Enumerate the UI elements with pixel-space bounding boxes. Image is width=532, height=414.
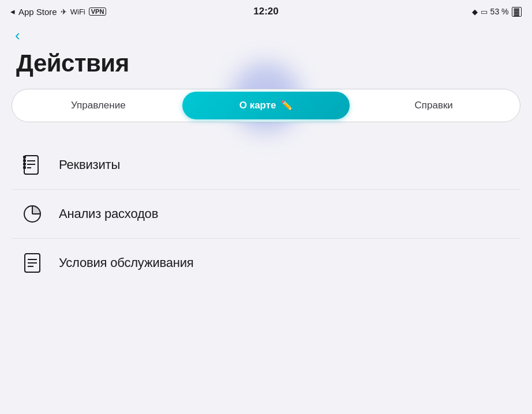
tab-help[interactable]: Справки bbox=[350, 92, 518, 119]
battery-icon: ▓ bbox=[512, 7, 522, 17]
status-time: 12:20 bbox=[253, 6, 278, 17]
wifi-icon: WiFi bbox=[70, 7, 85, 16]
back-arrow-status: ◂ bbox=[10, 6, 15, 17]
nav-bar: ‹ bbox=[0, 23, 532, 45]
svg-rect-6 bbox=[24, 163, 25, 165]
list-item-requisites[interactable]: Реквизиты bbox=[12, 141, 520, 190]
location-icon: ◆ bbox=[472, 7, 478, 16]
vpn-badge: VPN bbox=[89, 7, 107, 16]
list-item-terms[interactable]: Условия обслуживания bbox=[12, 239, 520, 287]
tab-selector: Управление О карте ✏️ Справки bbox=[12, 89, 520, 122]
tab-selector-container: Управление О карте ✏️ Справки bbox=[12, 89, 520, 122]
svg-rect-5 bbox=[24, 160, 25, 161]
document-list-icon bbox=[18, 151, 46, 179]
svg-rect-4 bbox=[24, 156, 25, 158]
status-left: ◂ App Store ✈ WiFi VPN bbox=[10, 6, 106, 17]
screen-icon: ▭ bbox=[481, 7, 488, 16]
battery-label: 53 % bbox=[490, 7, 509, 16]
status-right: ◆ ▭ 53 % ▓ bbox=[472, 7, 522, 17]
svg-rect-7 bbox=[24, 167, 25, 168]
airplane-icon: ✈ bbox=[61, 7, 67, 16]
pencil-cursor-icon: ✏️ bbox=[281, 100, 293, 110]
document-text-icon bbox=[18, 249, 46, 277]
status-bar: ◂ App Store ✈ WiFi VPN 12:20 ◆ ▭ 53 % ▓ bbox=[0, 0, 532, 23]
action-list: Реквизиты Анализ расходов Условия обслуж… bbox=[0, 141, 532, 287]
tab-management[interactable]: Управление bbox=[14, 92, 182, 119]
list-item-expenses[interactable]: Анализ расходов bbox=[12, 190, 520, 239]
tab-about-card[interactable]: О карте ✏️ bbox=[182, 92, 350, 119]
requisites-label: Реквизиты bbox=[59, 157, 120, 172]
terms-label: Условия обслуживания bbox=[59, 255, 194, 270]
back-button[interactable]: ‹ bbox=[15, 28, 20, 43]
app-store-label: App Store bbox=[18, 7, 57, 17]
chart-pie-icon bbox=[18, 200, 46, 228]
expenses-label: Анализ расходов bbox=[59, 206, 158, 221]
